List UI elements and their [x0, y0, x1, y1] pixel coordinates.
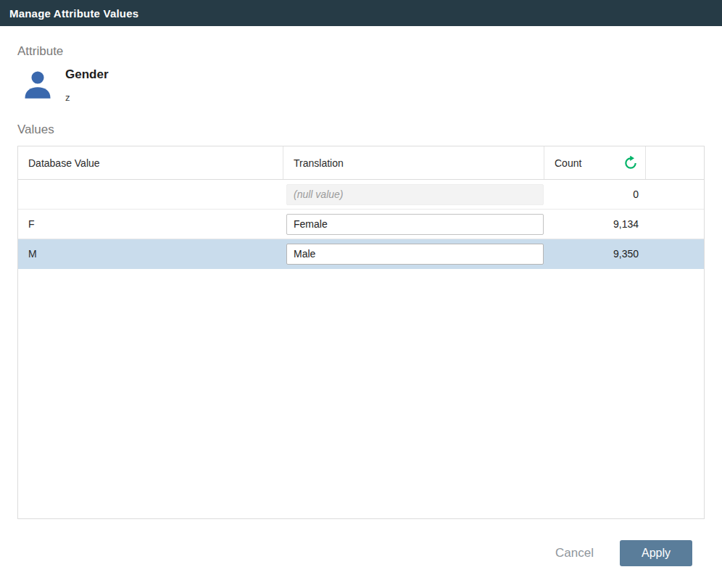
- column-header-count[interactable]: Count: [544, 146, 646, 179]
- translation-cell: [283, 184, 544, 205]
- count-header-label: Count: [555, 157, 581, 169]
- person-icon: [19, 66, 57, 104]
- translation-input-female[interactable]: [286, 214, 544, 235]
- database-value-cell: F: [18, 218, 283, 230]
- table-row-null: 0: [18, 180, 704, 210]
- refresh-icon[interactable]: [623, 156, 638, 170]
- translation-cell: [283, 214, 544, 235]
- table-header: Database Value Translation Count: [18, 146, 704, 180]
- translation-cell: [283, 244, 544, 265]
- dialog-titlebar: Manage Attribute Values: [0, 0, 722, 26]
- attribute-subtitle: z: [65, 92, 109, 103]
- attribute-name: Gender: [65, 67, 109, 82]
- count-cell: 9,134: [544, 218, 646, 230]
- column-header-empty: [646, 146, 704, 179]
- dialog-body: Attribute Gender z Values Database Value…: [0, 44, 722, 566]
- manage-attribute-values-dialog: Manage Attribute Values Attribute Gender…: [0, 0, 722, 566]
- count-cell: 0: [544, 189, 646, 200]
- attribute-summary: Gender z: [17, 66, 705, 104]
- dialog-footer: Cancel Apply: [17, 540, 705, 566]
- column-header-database-value[interactable]: Database Value: [18, 146, 283, 179]
- cancel-button[interactable]: Cancel: [552, 542, 597, 565]
- table-row-f[interactable]: F 9,134: [18, 210, 704, 239]
- apply-button[interactable]: Apply: [620, 540, 692, 566]
- values-table: Database Value Translation Count: [17, 146, 705, 519]
- dialog-title: Manage Attribute Values: [9, 7, 138, 20]
- attribute-text: Gender z: [65, 66, 109, 103]
- translation-input-male[interactable]: [286, 244, 544, 265]
- count-cell: 9,350: [544, 248, 646, 260]
- translation-input-null[interactable]: [286, 184, 544, 205]
- attribute-section-label: Attribute: [17, 44, 705, 59]
- database-value-cell: M: [18, 248, 283, 260]
- column-header-translation[interactable]: Translation: [283, 146, 544, 179]
- values-section-label: Values: [17, 123, 705, 137]
- table-row-m-selected[interactable]: M 9,350: [18, 239, 704, 269]
